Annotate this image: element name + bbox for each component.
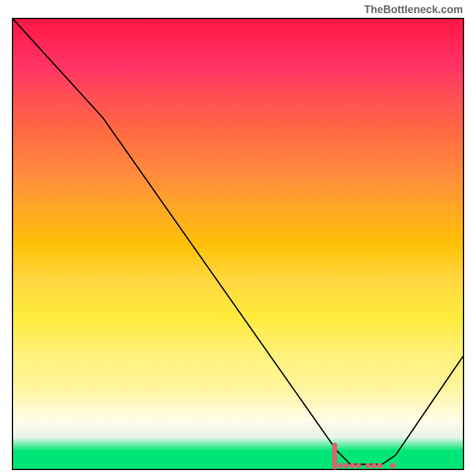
plot-area xyxy=(12,18,464,470)
bottleneck-curve-path xyxy=(13,19,463,464)
marker-dot xyxy=(332,450,337,455)
marker-dot xyxy=(332,457,337,462)
curve-svg xyxy=(13,19,463,469)
marker-dot xyxy=(377,463,383,468)
marker-dot xyxy=(332,446,337,452)
attribution-label: TheBottleneck.com xyxy=(364,4,463,16)
marker-dot xyxy=(332,461,337,466)
marker-dot xyxy=(365,463,371,468)
marker-dot xyxy=(390,463,396,468)
marker-dot xyxy=(338,463,343,468)
marker-dot xyxy=(356,463,361,468)
marker-dot xyxy=(332,463,337,468)
marker-dot xyxy=(371,463,377,468)
marker-dot xyxy=(350,463,355,468)
marker-dot xyxy=(332,453,337,459)
marker-dot xyxy=(332,443,337,448)
chart-container: TheBottleneck.com xyxy=(0,0,476,476)
marker-dot xyxy=(344,463,349,468)
marker-dot xyxy=(332,464,337,469)
